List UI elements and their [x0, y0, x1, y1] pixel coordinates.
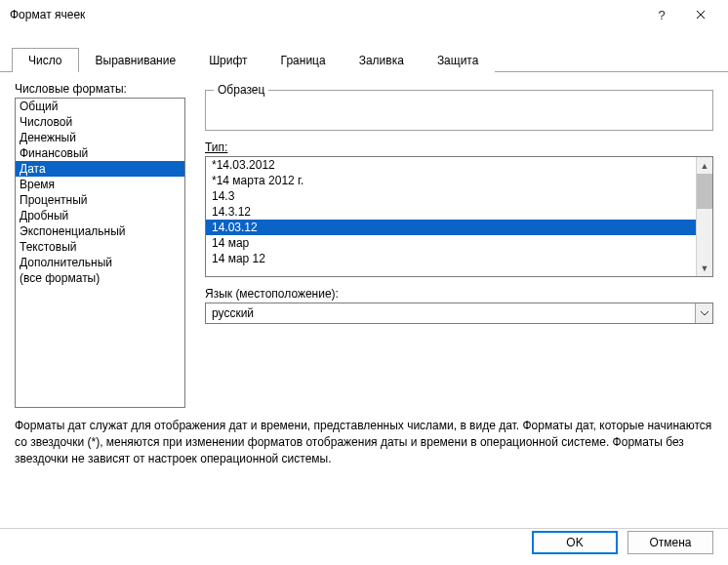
- tab-fill[interactable]: Заливка: [343, 48, 421, 72]
- list-item[interactable]: Экспоненциальный: [16, 223, 184, 239]
- tab-label: Защита: [437, 54, 479, 67]
- ok-button[interactable]: OK: [532, 531, 618, 554]
- list-item[interactable]: 14.3: [206, 188, 696, 204]
- category-label: Числовые форматы:: [15, 82, 185, 96]
- close-button[interactable]: [681, 0, 720, 29]
- category-list[interactable]: Общий Числовой Денежный Финансовый Дата …: [15, 98, 185, 408]
- list-item[interactable]: *14 марта 2012 г.: [206, 173, 696, 188]
- tab-label: Граница: [281, 54, 326, 67]
- dialog-title: Формат ячеек: [10, 8, 642, 21]
- chevron-down-icon: [695, 303, 712, 323]
- list-item[interactable]: 14.03.12: [206, 220, 696, 235]
- list-item[interactable]: Дата: [16, 161, 184, 177]
- list-item[interactable]: Время: [16, 177, 184, 192]
- list-item[interactable]: Общий: [16, 99, 184, 114]
- tab-label: Шрифт: [209, 54, 247, 67]
- description-text: Форматы дат служат для отображения дат и…: [0, 408, 728, 466]
- tab-border[interactable]: Граница: [264, 48, 343, 72]
- cancel-button[interactable]: Отмена: [627, 531, 713, 554]
- list-item[interactable]: Процентный: [16, 192, 184, 208]
- help-button[interactable]: ?: [642, 0, 681, 29]
- list-item[interactable]: Числовой: [16, 114, 184, 130]
- button-label: Отмена: [649, 536, 691, 549]
- scroll-down-icon[interactable]: ▼: [697, 260, 712, 276]
- button-label: OK: [566, 536, 583, 549]
- locale-value: русский: [212, 306, 254, 320]
- scroll-up-icon[interactable]: ▲: [697, 157, 712, 174]
- tab-protection[interactable]: Защита: [421, 48, 496, 72]
- title-bar: Формат ячеек ?: [0, 0, 728, 29]
- tab-alignment[interactable]: Выравнивание: [79, 48, 193, 72]
- list-item[interactable]: 14.3.12: [206, 204, 696, 220]
- tab-label: Заливка: [359, 54, 404, 67]
- dialog-footer: OK Отмена: [0, 528, 728, 565]
- list-item[interactable]: 14 мар 12: [206, 251, 696, 266]
- list-item[interactable]: Дополнительный: [16, 255, 184, 270]
- sample-legend: Образец: [214, 83, 268, 97]
- list-item[interactable]: 14 мар: [206, 235, 696, 251]
- close-icon: [696, 10, 706, 20]
- list-item[interactable]: (все форматы): [16, 270, 184, 286]
- scroll-thumb[interactable]: [697, 174, 712, 209]
- tab-label: Выравнивание: [96, 54, 177, 67]
- tab-strip: Число Выравнивание Шрифт Граница Заливка…: [0, 47, 728, 72]
- tab-number[interactable]: Число: [12, 48, 79, 72]
- type-list-container: *14.03.2012 *14 марта 2012 г. 14.3 14.3.…: [205, 156, 713, 277]
- sample-group: Образец: [205, 90, 713, 131]
- list-item[interactable]: Финансовый: [16, 145, 184, 161]
- locale-select[interactable]: русский: [205, 303, 713, 324]
- tab-font[interactable]: Шрифт: [192, 48, 263, 72]
- type-label: Тип:: [205, 141, 713, 154]
- type-list[interactable]: *14.03.2012 *14 марта 2012 г. 14.3 14.3.…: [206, 157, 696, 276]
- list-item[interactable]: Дробный: [16, 208, 184, 223]
- tab-label: Число: [28, 54, 62, 67]
- type-scrollbar[interactable]: ▲ ▼: [696, 157, 712, 276]
- list-item[interactable]: Текстовый: [16, 239, 184, 255]
- list-item[interactable]: Денежный: [16, 130, 184, 145]
- list-item[interactable]: *14.03.2012: [206, 157, 696, 173]
- locale-label: Язык (местоположение):: [205, 287, 713, 301]
